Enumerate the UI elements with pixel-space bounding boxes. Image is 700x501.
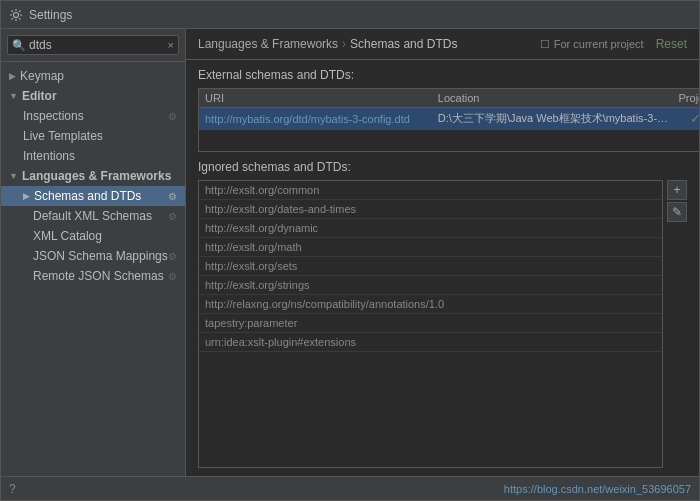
table-header: URI Location Project <box>199 89 699 108</box>
sidebar-item-default-xml[interactable]: Default XML Schemas ⚙ <box>1 206 185 226</box>
edit-ignored-button[interactable]: ✎ <box>667 202 687 222</box>
sidebar-item-intentions[interactable]: Intentions <box>1 146 185 166</box>
sidebar-item-label: Default XML Schemas <box>33 209 152 223</box>
sidebar-item-label: Remote JSON Schemas <box>33 269 164 283</box>
help-button[interactable]: ? <box>9 482 16 496</box>
search-box: 🔍 × <box>1 29 185 62</box>
sidebar-item-json-schema[interactable]: JSON Schema Mappings ⚙ <box>1 246 185 266</box>
ignored-row[interactable]: http://exslt.org/math <box>199 238 662 257</box>
breadcrumb: Languages & Frameworks › Schemas and DTD… <box>198 37 457 51</box>
search-input[interactable] <box>29 38 149 52</box>
sidebar-item-label: Intentions <box>23 149 75 163</box>
arrow-icon: ▶ <box>9 71 16 81</box>
col-loc-header: Location <box>438 92 671 104</box>
sidebar-tree: ▶ Keymap ▼ Editor Inspections ⚙ Live Tem… <box>1 62 185 476</box>
config-icon: ⚙ <box>168 211 177 222</box>
bottom-bar: ? https://blog.csdn.net/weixin_53696057 <box>1 476 699 500</box>
ignored-table-section: http://exslt.org/common http://exslt.org… <box>198 180 687 468</box>
ignored-section: Ignored schemas and DTDs: http://exslt.o… <box>198 160 687 468</box>
reset-button[interactable]: Reset <box>656 37 687 51</box>
sidebar-item-label: JSON Schema Mappings <box>33 249 168 263</box>
search-icon: 🔍 <box>12 39 26 52</box>
ignored-row[interactable]: http://exslt.org/sets <box>199 257 662 276</box>
main-content: 🔍 × ▶ Keymap ▼ Editor Inspections ⚙ <box>1 29 699 476</box>
ignored-row[interactable]: http://exslt.org/dynamic <box>199 219 662 238</box>
sidebar-item-keymap[interactable]: ▶ Keymap <box>1 66 185 86</box>
table-row[interactable]: http://mybatis.org/dtd/mybatis-3-config.… <box>199 108 699 130</box>
sidebar-item-label: Live Templates <box>23 129 103 143</box>
cell-uri: http://mybatis.org/dtd/mybatis-3-config.… <box>205 113 438 125</box>
search-wrapper[interactable]: 🔍 × <box>7 35 179 55</box>
ignored-row[interactable]: http://relaxng.org/ns/compatibility/anno… <box>199 295 662 314</box>
ignored-row[interactable]: http://exslt.org/dates-and-times <box>199 200 662 219</box>
ignored-schemas-title: Ignored schemas and DTDs: <box>198 160 687 174</box>
checkbox-icon[interactable]: ☐ <box>540 38 550 51</box>
settings-window: Settings 🔍 × ▶ Keymap ▼ Editor <box>0 0 700 501</box>
sidebar: 🔍 × ▶ Keymap ▼ Editor Inspections ⚙ <box>1 29 186 476</box>
for-current-label: ☐ For current project <box>540 38 644 51</box>
breadcrumb-current: Schemas and DTDs <box>350 37 457 51</box>
config-icon: ⚙ <box>168 271 177 282</box>
svg-point-0 <box>14 12 19 17</box>
cell-project: ✓ <box>671 111 699 126</box>
header-right: ☐ For current project Reset <box>540 37 687 51</box>
breadcrumb-sep: › <box>342 37 346 51</box>
add-ignored-button[interactable]: + <box>667 180 687 200</box>
sidebar-item-label: Schemas and DTDs <box>34 189 141 203</box>
title-bar: Settings <box>1 1 699 29</box>
config-icon: ⚙ <box>168 251 177 262</box>
arrow-icon: ▼ <box>9 171 18 181</box>
sidebar-item-languages[interactable]: ▼ Languages & Frameworks <box>1 166 185 186</box>
sidebar-item-live-templates[interactable]: Live Templates <box>1 126 185 146</box>
arrow-icon: ▶ <box>23 191 30 201</box>
breadcrumb-part1: Languages & Frameworks <box>198 37 338 51</box>
ignored-side-buttons: + ✎ <box>667 180 687 468</box>
sidebar-item-label: Editor <box>22 89 57 103</box>
col-proj-header: Project <box>671 92 699 104</box>
sidebar-item-xml-catalog[interactable]: XML Catalog <box>1 226 185 246</box>
ignored-table: http://exslt.org/common http://exslt.org… <box>198 180 663 468</box>
clear-icon[interactable]: × <box>168 39 174 51</box>
right-panel: Languages & Frameworks › Schemas and DTD… <box>186 29 699 476</box>
external-table: URI Location Project http://mybatis.org/… <box>198 88 699 152</box>
config-icon: ⚙ <box>168 191 177 202</box>
sidebar-item-schemas-dtds[interactable]: ▶ Schemas and DTDs ⚙ <box>1 186 185 206</box>
col-uri-header: URI <box>205 92 438 104</box>
sidebar-item-label: Keymap <box>20 69 64 83</box>
external-schemas-title: External schemas and DTDs: <box>198 68 687 82</box>
check-icon: ✓ <box>690 111 699 126</box>
config-icon: ⚙ <box>168 111 177 122</box>
sidebar-item-editor[interactable]: ▼ Editor <box>1 86 185 106</box>
right-header: Languages & Frameworks › Schemas and DTD… <box>186 29 699 60</box>
bottom-url: https://blog.csdn.net/weixin_53696057 <box>504 483 691 495</box>
settings-icon <box>9 8 23 22</box>
ignored-row[interactable]: http://exslt.org/strings <box>199 276 662 295</box>
window-title: Settings <box>29 8 72 22</box>
sidebar-item-remote-json[interactable]: Remote JSON Schemas ⚙ <box>1 266 185 286</box>
cell-location: D:\大三下学期\Java Web框架技术\mybatis-3-config..… <box>438 111 671 126</box>
sidebar-item-label: Inspections <box>23 109 84 123</box>
sidebar-item-inspections[interactable]: Inspections ⚙ <box>1 106 185 126</box>
arrow-icon: ▼ <box>9 91 18 101</box>
ignored-row[interactable]: http://exslt.org/common <box>199 181 662 200</box>
sidebar-item-label: XML Catalog <box>33 229 102 243</box>
external-table-section: URI Location Project http://mybatis.org/… <box>198 88 687 152</box>
ignored-row[interactable]: tapestry:parameter <box>199 314 662 333</box>
right-body: External schemas and DTDs: URI Location … <box>186 60 699 476</box>
ignored-row[interactable]: urn:idea:xslt-plugin#extensions <box>199 333 662 352</box>
sidebar-item-label: Languages & Frameworks <box>22 169 171 183</box>
